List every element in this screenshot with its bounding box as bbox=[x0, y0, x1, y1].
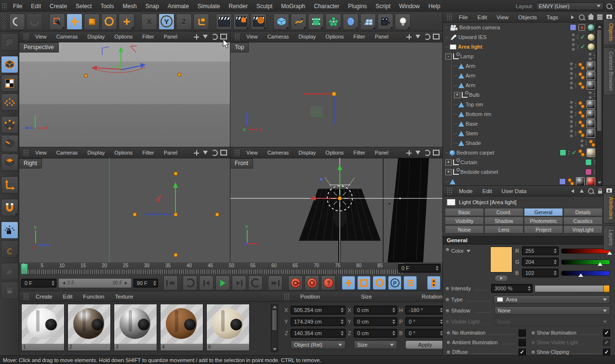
am-menu-userdata[interactable]: User Data bbox=[497, 188, 532, 194]
vp-menu-options[interactable]: Options bbox=[109, 34, 137, 39]
texture-tags[interactable] bbox=[578, 149, 585, 156]
vp-menu-display[interactable]: Display bbox=[82, 150, 109, 156]
green-field[interactable]: 204 bbox=[522, 258, 559, 266]
menu-script[interactable]: Script bbox=[371, 3, 395, 10]
enabled-check-icon[interactable]: ✓ bbox=[580, 34, 585, 40]
vp-menu-display[interactable]: Display bbox=[294, 34, 321, 39]
color-picker-expand-button[interactable] bbox=[495, 275, 508, 282]
search-icon[interactable] bbox=[587, 187, 594, 195]
menu-tools[interactable]: Tools bbox=[96, 3, 118, 10]
checkbox[interactable] bbox=[519, 329, 526, 337]
goto-end-button[interactable] bbox=[268, 275, 282, 290]
home-icon[interactable] bbox=[587, 13, 594, 21]
enable-dots[interactable] bbox=[575, 122, 576, 126]
add-modeling-object-button[interactable] bbox=[325, 13, 341, 30]
size-z-field[interactable]: 0 cm bbox=[354, 329, 397, 338]
tab-shadow[interactable]: Shadow bbox=[484, 217, 523, 225]
enable-dots[interactable] bbox=[577, 35, 578, 39]
checkbox[interactable]: ✓ bbox=[519, 349, 526, 356]
checkbox[interactable] bbox=[519, 339, 526, 346]
end-frame-field[interactable]: 90 F bbox=[134, 279, 158, 287]
y-axis-lock-button[interactable]: Y bbox=[159, 13, 174, 30]
search-icon[interactable] bbox=[578, 13, 585, 21]
check-no-illumination[interactable]: No Illumination bbox=[446, 328, 527, 338]
visibility-dots[interactable] bbox=[572, 33, 575, 41]
visibility-dots[interactable] bbox=[588, 52, 592, 61]
timeline-mode-button[interactable] bbox=[427, 276, 441, 290]
tab-visibility[interactable]: Visibility bbox=[445, 217, 484, 225]
enable-dots[interactable] bbox=[575, 83, 576, 87]
table-row[interactable]: Arm bbox=[452, 80, 598, 90]
enable-dots[interactable] bbox=[594, 170, 595, 174]
vp-menu-display[interactable]: Display bbox=[82, 34, 109, 39]
viewport-top[interactable]: View Cameras Display Options Filter Pane… bbox=[230, 31, 442, 147]
om-menu-edit[interactable]: Edit bbox=[473, 14, 492, 20]
visibility-dots[interactable] bbox=[570, 130, 573, 138]
tab-vraylight[interactable]: VrayLight bbox=[563, 225, 602, 234]
workplane-snap-button[interactable] bbox=[1, 240, 18, 258]
vp-menu-view[interactable]: View bbox=[241, 150, 263, 156]
key-scale-toggle[interactable] bbox=[357, 276, 371, 290]
size-x-field[interactable]: 0 cm bbox=[354, 306, 397, 314]
workplane-lock-button[interactable] bbox=[1, 221, 18, 239]
om-menu-objects[interactable]: Objects bbox=[513, 14, 542, 20]
grip-icon[interactable] bbox=[1, 3, 7, 10]
menu-simulate[interactable]: Simulate bbox=[193, 3, 225, 10]
viewport-front[interactable]: View Cameras Display Options Filter Pane… bbox=[230, 147, 442, 262]
enable-dots[interactable] bbox=[594, 93, 595, 97]
texture-tags[interactable] bbox=[578, 101, 585, 108]
timeline-ruler[interactable]: 051015202530354045505560657075808590 0 F bbox=[19, 262, 442, 275]
coordinate-mode-dropdown[interactable]: Object (Rel) bbox=[291, 340, 346, 349]
rotate-view-icon[interactable] bbox=[211, 33, 218, 40]
anim-dot[interactable] bbox=[446, 248, 449, 251]
current-frame-field[interactable]: 0 F bbox=[398, 264, 441, 273]
menu-create[interactable]: Create bbox=[45, 3, 71, 10]
enable-dots[interactable] bbox=[575, 74, 576, 78]
enable-dots[interactable] bbox=[594, 160, 595, 164]
zoom-view-icon[interactable] bbox=[414, 33, 422, 40]
texture-tags[interactable] bbox=[589, 140, 595, 147]
grip-icon[interactable] bbox=[447, 188, 453, 195]
tab-project[interactable]: Project bbox=[524, 225, 563, 234]
table-row[interactable]: Upward IES ✓ bbox=[443, 32, 598, 42]
texture-tags[interactable] bbox=[568, 178, 574, 185]
table-row[interactable]: +Bulb bbox=[452, 90, 598, 100]
grip-icon[interactable] bbox=[23, 293, 29, 300]
make-editable-button[interactable] bbox=[1, 33, 18, 51]
grip-icon[interactable] bbox=[23, 33, 29, 40]
visibility-dots[interactable] bbox=[570, 62, 573, 70]
chevron-down-icon[interactable] bbox=[467, 250, 470, 252]
table-row[interactable]: + Bedside cabinet bbox=[443, 167, 598, 177]
play-button[interactable] bbox=[215, 275, 230, 290]
red-slider[interactable] bbox=[561, 248, 610, 254]
zoom-view-icon[interactable] bbox=[201, 33, 209, 40]
add-light-button[interactable] bbox=[395, 13, 411, 30]
vp-menu-options[interactable]: Options bbox=[109, 150, 137, 156]
add-deformer-button[interactable] bbox=[343, 13, 359, 30]
enable-dots[interactable] bbox=[568, 151, 570, 155]
play-loop-button[interactable] bbox=[248, 275, 263, 290]
enable-dots[interactable] bbox=[577, 45, 578, 49]
polygons-mode-button[interactable] bbox=[1, 154, 18, 171]
visibility-dots[interactable] bbox=[570, 120, 573, 128]
material-tag[interactable] bbox=[587, 177, 595, 185]
material-tag[interactable] bbox=[587, 119, 595, 128]
material-tag[interactable] bbox=[587, 71, 595, 80]
history-up-icon[interactable] bbox=[578, 187, 585, 195]
material-tag[interactable] bbox=[587, 148, 595, 157]
camera-tag[interactable] bbox=[587, 24, 595, 32]
table-row-selected[interactable]: Area light ✓ bbox=[443, 42, 598, 52]
move-tool-button[interactable] bbox=[67, 13, 82, 30]
material-scrollbar[interactable] bbox=[271, 304, 278, 352]
coordinate-system-button[interactable] bbox=[193, 13, 209, 30]
menu-animate[interactable]: Animate bbox=[163, 3, 193, 10]
position-z-field[interactable]: 140.354 cm bbox=[291, 329, 346, 338]
pan-view-icon[interactable] bbox=[192, 149, 200, 156]
enable-dots[interactable] bbox=[586, 141, 587, 145]
material-tag[interactable] bbox=[587, 129, 595, 138]
viewport-perspective[interactable]: View Cameras Display Options Filter Pane… bbox=[19, 31, 230, 147]
material-tag[interactable] bbox=[587, 62, 595, 70]
texture-tags[interactable] bbox=[578, 120, 585, 128]
grip-icon[interactable] bbox=[234, 149, 240, 156]
vp-menu-panel[interactable]: Panel bbox=[159, 34, 182, 39]
